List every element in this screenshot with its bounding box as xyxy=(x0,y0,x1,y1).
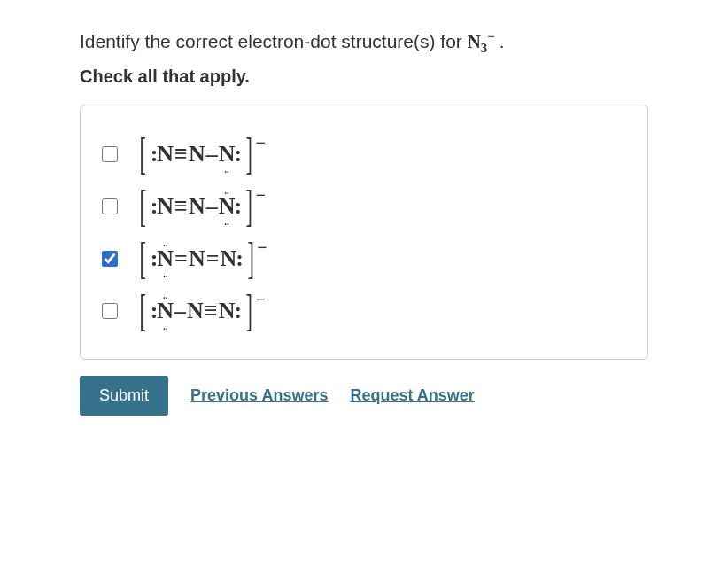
atom-n1: N xyxy=(155,193,175,220)
footer-actions: Submit Previous Answers Request Answer xyxy=(80,376,648,416)
formula-charge: − xyxy=(487,29,494,43)
bracket-right-icon: ] xyxy=(248,243,254,274)
option-checkbox-4[interactable] xyxy=(102,303,118,319)
bracket-left-icon: [ xyxy=(140,295,146,326)
bond: ≡ xyxy=(174,141,188,167)
bond: = xyxy=(174,245,188,272)
lewis-structure-2: [ : N ≡ N – N.... : ] − xyxy=(136,191,257,222)
atom-n3: N.... xyxy=(217,193,237,220)
atom-n1: N xyxy=(155,141,175,167)
atom-n2: N xyxy=(185,298,205,324)
formula-base: N xyxy=(468,31,481,52)
option-row: [ : N.... – N ≡ N : ] − xyxy=(98,284,630,337)
question-text: Identify the correct electron-dot struct… xyxy=(80,27,648,58)
bond: ≡ xyxy=(174,193,188,220)
charge-label: − xyxy=(255,290,265,310)
question-suffix: . xyxy=(500,31,505,51)
question-prefix: Identify the correct electron-dot struct… xyxy=(80,31,468,51)
charge-label: − xyxy=(255,185,265,206)
bond: = xyxy=(206,245,220,272)
previous-answers-link[interactable]: Previous Answers xyxy=(190,386,328,405)
bracket-right-icon: ] xyxy=(246,295,252,326)
atom-n1: N.... xyxy=(155,298,175,324)
option-checkbox-2[interactable] xyxy=(102,198,118,214)
bracket-left-icon: [ xyxy=(140,138,146,169)
atom-n3: N xyxy=(217,298,237,324)
atom-n1: N.... xyxy=(155,245,175,272)
instruction-text: Check all that apply. xyxy=(80,66,648,87)
option-checkbox-1[interactable] xyxy=(102,146,118,162)
options-container: [ : N ≡ N – N.. : ] − [ : N ≡ N – N xyxy=(80,105,648,360)
charge-label: − xyxy=(255,133,265,153)
atom-n2: N xyxy=(187,193,207,220)
option-row: [ : N ≡ N – N.... : ] − xyxy=(98,180,630,232)
submit-button[interactable]: Submit xyxy=(80,376,168,416)
formula: N3− xyxy=(468,31,500,52)
bracket-right-icon: ] xyxy=(246,138,252,169)
request-answer-link[interactable]: Request Answer xyxy=(350,386,474,405)
option-checkbox-3[interactable] xyxy=(102,251,118,267)
bracket-left-icon: [ xyxy=(140,243,146,274)
lewis-structure-3: [ : N.... = N = N : ] − xyxy=(136,243,259,274)
atom-n2: N xyxy=(187,141,207,167)
atom-n3: N xyxy=(219,245,239,272)
option-row: [ : N.... = N = N : ] − xyxy=(98,232,630,284)
lewis-structure-4: [ : N.... – N ≡ N : ] − xyxy=(136,295,257,326)
bond: ≡ xyxy=(205,298,218,324)
bracket-left-icon: [ xyxy=(140,191,146,222)
charge-label: − xyxy=(257,237,267,258)
option-row: [ : N ≡ N – N.. : ] − xyxy=(98,128,630,180)
bracket-right-icon: ] xyxy=(246,191,252,222)
atom-n2: N xyxy=(187,245,207,272)
atom-n3: N.. xyxy=(217,141,237,167)
lewis-structure-1: [ : N ≡ N – N.. : ] − xyxy=(136,138,257,169)
